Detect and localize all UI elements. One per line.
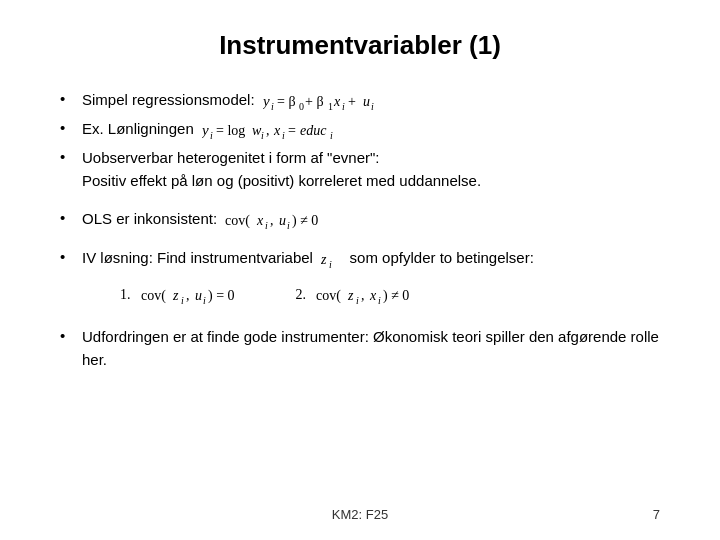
svg-text:x: x: [273, 123, 281, 138]
svg-text:,: ,: [361, 288, 365, 303]
svg-text:i: i: [265, 220, 268, 231]
svg-text:) = 0: ) = 0: [208, 288, 235, 304]
svg-text:i: i: [371, 101, 374, 112]
bullet-dot-last: •: [60, 326, 82, 344]
svg-text:cov(: cov(: [141, 288, 166, 304]
svg-text:educ: educ: [300, 123, 327, 138]
svg-text:u: u: [363, 94, 370, 109]
footer-center: KM2: F25: [0, 507, 720, 522]
svg-text:+: +: [348, 94, 356, 109]
svg-text:i: i: [181, 295, 184, 306]
svg-text:,: ,: [270, 213, 274, 228]
svg-text:i: i: [271, 101, 274, 112]
svg-text:z: z: [347, 288, 354, 303]
svg-text:= log: = log: [216, 123, 245, 138]
svg-text:x: x: [256, 213, 264, 228]
bullet-dot-3: •: [60, 147, 82, 165]
bullet-text-iv: IV løsning: Find instrumentvariabel z i …: [82, 247, 660, 270]
svg-text:i: i: [287, 220, 290, 231]
svg-text:i: i: [282, 130, 285, 141]
formula-cond2: 2. cov( z i , x i ) ≠ 0: [296, 284, 432, 306]
svg-text:i: i: [210, 130, 213, 141]
svg-text:cov(: cov(: [225, 213, 250, 229]
svg-text:+ β: + β: [305, 94, 324, 109]
bullet-item-ols: • OLS er inkonsistent: cov( x i , u i ) …: [60, 208, 660, 231]
svg-text:u: u: [279, 213, 286, 228]
formula-cond1: 1. cov( z i , u i ) = 0: [120, 284, 256, 306]
formula-cond1-svg: cov( z i , u i ) = 0: [141, 284, 256, 306]
svg-text:i: i: [330, 130, 333, 141]
svg-text:i: i: [261, 130, 264, 141]
svg-text:y: y: [263, 93, 270, 109]
svg-text:,: ,: [266, 123, 270, 138]
bullet-item-iv: • IV løsning: Find instrumentvariabel z …: [60, 247, 660, 270]
bullet-dot-1: •: [60, 89, 82, 107]
footer-label: KM2: F25: [332, 507, 388, 522]
bullet-text-last: Udfordringen er at finde gode instrument…: [82, 326, 660, 371]
svg-text:cov(: cov(: [316, 288, 341, 304]
svg-text:y: y: [202, 122, 209, 138]
formula-zi: z i: [321, 248, 341, 270]
svg-text:i: i: [356, 295, 359, 306]
slide-title: Instrumentvariabler (1): [60, 30, 660, 61]
svg-text:) ≠ 0: ) ≠ 0: [383, 288, 409, 304]
svg-text:x: x: [369, 288, 377, 303]
formula-cond2-svg: cov( z i , x i ) ≠ 0: [316, 284, 431, 306]
formula-block: 1. cov( z i , u i ) = 0 2. cov( z i ,: [120, 284, 660, 306]
svg-text:=: =: [288, 123, 296, 138]
svg-text:) ≠ 0: ) ≠ 0: [292, 213, 318, 229]
svg-text:u: u: [195, 288, 202, 303]
formula-lonligning: y i = log w i , x i = educ i: [202, 119, 402, 141]
footer-page: 7: [653, 507, 660, 522]
svg-text:= β: = β: [277, 94, 296, 109]
bullet-item-last: • Udfordringen er at finde gode instrume…: [60, 326, 660, 371]
bullet-item-3: • Uobserverbar heterogenitet i form af "…: [60, 147, 660, 192]
bullet-item-1: • Simpel regressionsmodel: y i = β 0 + β…: [60, 89, 660, 112]
svg-text:,: ,: [186, 288, 190, 303]
bullet-dot-ols: •: [60, 208, 82, 226]
bullet-text-ols: OLS er inkonsistent: cov( x i , u i ) ≠ …: [82, 208, 660, 231]
formula-regression: y i = β 0 + β 1 x i + u i: [263, 90, 423, 112]
svg-text:1: 1: [328, 101, 333, 112]
svg-text:z: z: [321, 252, 327, 267]
formula-cond2-number: 2.: [296, 287, 307, 303]
bullet-text-2: Ex. Lønligningen y i = log w i , x i = e…: [82, 118, 660, 141]
svg-text:0: 0: [299, 101, 304, 112]
svg-text:i: i: [203, 295, 206, 306]
svg-text:i: i: [378, 295, 381, 306]
bullet-item-2: • Ex. Lønligningen y i = log w i , x i =…: [60, 118, 660, 141]
svg-text:x: x: [333, 94, 341, 109]
bullet-dot-2: •: [60, 118, 82, 136]
formula-ols: cov( x i , u i ) ≠ 0: [225, 209, 355, 231]
bullet-text-3: Uobserverbar heterogenitet i form af "ev…: [82, 147, 660, 192]
slide: Instrumentvariabler (1) • Simpel regress…: [0, 0, 720, 540]
svg-text:i: i: [329, 259, 332, 270]
formula-cond1-number: 1.: [120, 287, 131, 303]
bullet-dot-iv: •: [60, 247, 82, 265]
slide-content: • Simpel regressionsmodel: y i = β 0 + β…: [60, 89, 660, 371]
bullet-text-1: Simpel regressionsmodel: y i = β 0 + β 1…: [82, 89, 660, 112]
svg-text:z: z: [172, 288, 179, 303]
svg-text:i: i: [342, 101, 345, 112]
